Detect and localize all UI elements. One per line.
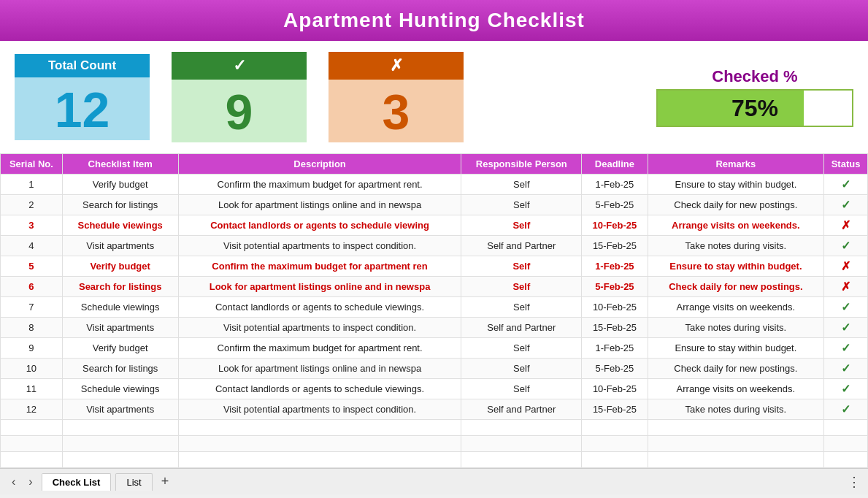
cell-person: Self and Partner [461, 318, 582, 338]
cell-remarks: Ensure to stay within budget. [648, 175, 823, 195]
status-check-icon: ✓ [841, 362, 850, 375]
col-deadline: Deadline [582, 154, 648, 175]
status-check-icon: ✓ [841, 383, 850, 395]
cell-deadline: 10-Feb-25 [582, 215, 648, 236]
cell-person: Self [461, 256, 582, 277]
col-status: Status [824, 154, 868, 175]
total-count-card: Total Count 12 [15, 54, 150, 140]
cell-status: ✗ [824, 215, 868, 236]
cell-person: Self [461, 215, 582, 236]
cell-item: Schedule viewings [62, 379, 178, 399]
cell-status: ✓ [824, 379, 868, 399]
cell-serial: 4 [1, 236, 63, 256]
cell-serial: 5 [1, 256, 63, 277]
cell-item: Verify budget [62, 338, 178, 359]
cell-person: Self [461, 338, 582, 359]
cell-deadline: 1-Feb-25 [582, 175, 648, 195]
cell-item: Search for listings [62, 277, 178, 297]
col-remarks: Remarks [648, 154, 823, 175]
table-row: 5 Verify budget Confirm the maximum budg… [1, 256, 868, 277]
cell-deadline: 5-Feb-25 [582, 359, 648, 379]
bottom-bar: ‹ › Check List List + ⋮ [0, 468, 868, 494]
unchecked-icon: ✗ [329, 52, 464, 80]
checked-pct-label: Checked % [656, 67, 853, 86]
cell-description: Look for apartment listings online and i… [178, 195, 461, 215]
checked-icon: ✓ [172, 52, 307, 80]
cell-item: Verify budget [62, 256, 178, 277]
sheet-tab-checklist[interactable]: Check List [42, 473, 112, 491]
cell-deadline: 15-Feb-25 [582, 236, 648, 256]
cell-person: Self [461, 359, 582, 379]
cell-description: Contact landlords or agents to schedule … [178, 215, 461, 236]
cell-item: Visit apartments [62, 399, 178, 420]
page-title: Apartment Hunting Checklist [0, 0, 868, 41]
cell-remarks: Check daily for new postings. [648, 195, 823, 215]
cell-serial: 1 [1, 175, 63, 195]
status-check-icon: ✓ [841, 199, 850, 211]
sheet-tab-list[interactable]: List [115, 473, 152, 491]
status-check-icon: ✓ [841, 178, 850, 191]
cell-remarks: Check daily for new postings. [648, 277, 823, 297]
status-x-icon: ✗ [841, 280, 850, 293]
empty-row [1, 436, 868, 452]
status-x-icon: ✗ [841, 219, 850, 231]
table-row: 3 Schedule viewings Contact landlords or… [1, 215, 868, 236]
table-row: 12 Visit apartments Visit potential apar… [1, 399, 868, 420]
table-header-row: Serial No. Checklist Item Description Re… [1, 154, 868, 175]
unchecked-card: ✗ 3 [329, 52, 464, 142]
cell-remarks: Arrange visits on weekends. [648, 215, 823, 236]
cell-item: Schedule viewings [62, 297, 178, 318]
table-row: 6 Search for listings Look for apartment… [1, 277, 868, 297]
next-sheet-button[interactable]: › [24, 474, 37, 490]
table-row: 11 Schedule viewings Contact landlords o… [1, 379, 868, 399]
total-count-value: 12 [15, 77, 150, 140]
table-row: 10 Search for listings Look for apartmen… [1, 359, 868, 379]
options-button[interactable]: ⋮ [848, 474, 861, 490]
cell-person: Self and Partner [461, 399, 582, 420]
cell-serial: 9 [1, 338, 63, 359]
table-row: 9 Verify budget Confirm the maximum budg… [1, 338, 868, 359]
cell-remarks: Ensure to stay within budget. [648, 338, 823, 359]
cell-serial: 7 [1, 297, 63, 318]
cell-item: Search for listings [62, 359, 178, 379]
cell-deadline: 15-Feb-25 [582, 399, 648, 420]
cell-remarks: Ensure to stay within budget. [648, 256, 823, 277]
unchecked-value: 3 [329, 80, 464, 142]
cell-remarks: Arrange visits on weekends. [648, 297, 823, 318]
cell-deadline: 15-Feb-25 [582, 318, 648, 338]
cell-status: ✓ [824, 359, 868, 379]
checked-card: ✓ 9 [172, 52, 307, 142]
cell-serial: 2 [1, 195, 63, 215]
pct-bar: 75% [656, 89, 853, 127]
cell-serial: 11 [1, 379, 63, 399]
table-container: Serial No. Checklist Item Description Re… [0, 153, 868, 468]
checked-pct-card: Checked % 75% [656, 67, 853, 127]
cell-status: ✗ [824, 256, 868, 277]
cell-status: ✗ [824, 277, 868, 297]
pct-value: 75% [658, 91, 852, 126]
cell-remarks: Take notes during visits. [648, 318, 823, 338]
cell-description: Visit potential apartments to inspect co… [178, 318, 461, 338]
cell-person: Self and Partner [461, 236, 582, 256]
cell-serial: 3 [1, 215, 63, 236]
add-sheet-button[interactable]: + [157, 472, 174, 491]
cell-remarks: Take notes during visits. [648, 399, 823, 420]
col-person: Responsible Person [461, 154, 582, 175]
total-count-label: Total Count [15, 54, 150, 77]
cell-serial: 10 [1, 359, 63, 379]
cell-status: ✓ [824, 399, 868, 420]
cell-status: ✓ [824, 195, 868, 215]
table-row: 7 Schedule viewings Contact landlords or… [1, 297, 868, 318]
table-row: 4 Visit apartments Visit potential apart… [1, 236, 868, 256]
prev-sheet-button[interactable]: ‹ [7, 474, 20, 490]
cell-description: Confirm the maximum budget for apartment… [178, 256, 461, 277]
summary-row: Total Count 12 ✓ 9 ✗ 3 Checked % 75% [0, 41, 868, 153]
cell-deadline: 5-Feb-25 [582, 195, 648, 215]
table-row: 8 Visit apartments Visit potential apart… [1, 318, 868, 338]
cell-description: Visit potential apartments to inspect co… [178, 236, 461, 256]
cell-item: Visit apartments [62, 318, 178, 338]
table-row: 2 Search for listings Look for apartment… [1, 195, 868, 215]
cell-status: ✓ [824, 236, 868, 256]
cell-description: Look for apartment listings online and i… [178, 359, 461, 379]
cell-person: Self [461, 277, 582, 297]
